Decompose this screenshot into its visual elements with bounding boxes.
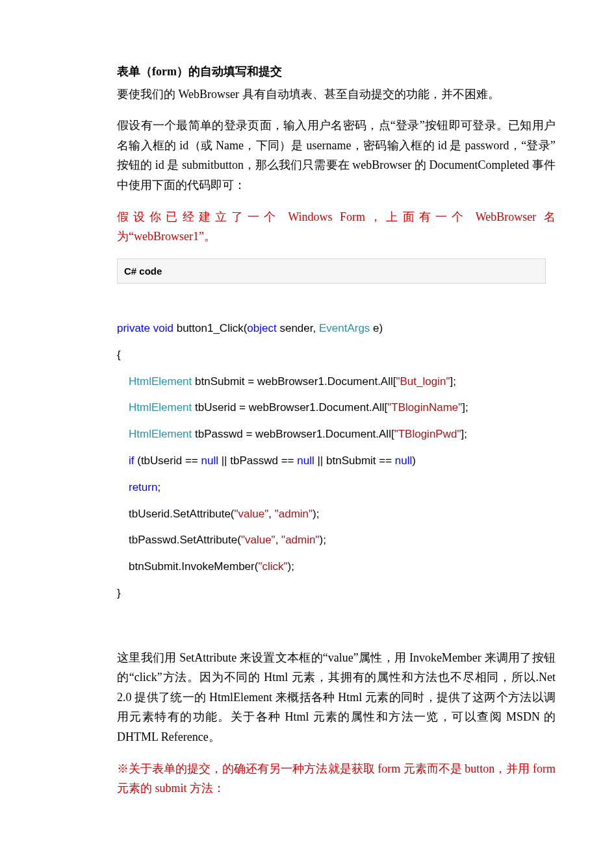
code-line: tbPasswd.SetAttribute("value", "admin"); xyxy=(117,527,326,554)
code-block-header: C# code xyxy=(117,258,546,284)
code-line: btnSubmit.InvokeMember("click"); xyxy=(117,554,294,580)
code-line: if (tbUserid == null || tbPasswd == null… xyxy=(117,448,416,475)
code-line: tbUserid.SetAttribute("value", "admin"); xyxy=(117,501,319,528)
code-block: private void button1_Click(object sender… xyxy=(117,289,556,633)
code-line: HtmlElement btnSubmit = webBrowser1.Docu… xyxy=(117,369,456,395)
paragraph-4: 这里我们用 SetAttribute 来设置文本框的“value”属性，用 In… xyxy=(117,648,556,747)
code-line: private void button1_Click(object sender… xyxy=(117,322,383,334)
heading: 表单（form）的自动填写和提交 xyxy=(117,62,556,82)
document-page: 表单（form）的自动填写和提交 要使我们的 WebBrowser 具有自动填表… xyxy=(0,0,614,868)
code-brace-close: } xyxy=(117,587,121,599)
paragraph-1: 要使我们的 WebBrowser 具有自动填表、甚至自动提交的功能，并不困难。 xyxy=(117,84,556,105)
paragraph-2: 假设有一个最简单的登录页面，输入用户名密码，点“登录”按钮即可登录。已知用户名输… xyxy=(117,116,556,195)
code-line: HtmlElement tbPasswd = webBrowser1.Docum… xyxy=(117,421,467,448)
code-line: return; xyxy=(117,475,160,501)
paragraph-3-note: 假设你已经建立了一个 Windows Form，上面有一个 WebBrowser… xyxy=(117,207,556,247)
code-line: HtmlElement tbUserid = webBrowser1.Docum… xyxy=(117,395,468,421)
code-brace-open: { xyxy=(117,349,121,361)
paragraph-5-note: ※关于表单的提交，的确还有另一种方法就是获取 form 元素而不是 button… xyxy=(117,759,556,799)
